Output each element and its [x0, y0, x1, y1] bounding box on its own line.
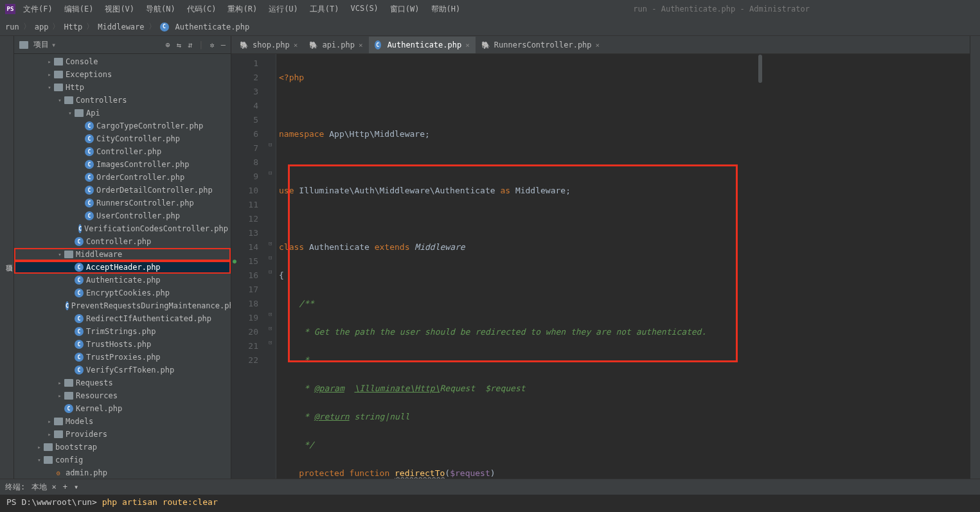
fold-strip[interactable]: ⊟ ⊟ ⊡ ⊟ ⊟ ⊡ ⊡ ⊡: [267, 54, 276, 479]
tree-arrow-icon[interactable]: ▸: [45, 71, 54, 78]
menu-vcs[interactable]: VCS(S): [346, 1, 384, 17]
tree-arrow-icon[interactable]: ▾: [55, 97, 64, 103]
target-icon[interactable]: ⊕: [166, 40, 170, 49]
tree-item-verificationcodescontroller-php[interactable]: CVerificationCodesController.php: [14, 222, 231, 235]
fold-marker-icon[interactable]: ⊟: [269, 269, 272, 275]
editor-tab-authenticate-php[interactable]: CAuthenticate.php×: [369, 37, 476, 53]
terminal-body[interactable]: PS D:\wwwroot\run> php artisan route:cle…: [0, 495, 980, 512]
editor-tab-shop-php[interactable]: 🐘shop.php×: [234, 37, 303, 53]
menu-view[interactable]: 视图(V): [100, 1, 139, 17]
hide-icon[interactable]: —: [221, 40, 226, 49]
breadcrumb-item[interactable]: Authenticate.php: [175, 22, 250, 31]
tree-item-resources[interactable]: ▸Resources: [14, 389, 231, 402]
terminal-tab-local[interactable]: 本地 ×: [31, 482, 56, 493]
terminal-command: php artisan route:clear: [102, 497, 218, 507]
tree-item-trustproxies-php[interactable]: CTrustProxies.php: [14, 351, 231, 364]
close-icon[interactable]: ×: [596, 41, 600, 49]
menu-refactor[interactable]: 重构(R): [222, 1, 262, 17]
menu-window[interactable]: 窗口(W): [385, 1, 425, 17]
tree-item-ordercontroller-php[interactable]: COrderController.php: [14, 171, 231, 184]
editor-tab-runnerscontroller-php[interactable]: 🐘RunnersController.php×: [476, 37, 605, 53]
tree-arrow-icon[interactable]: ▸: [55, 380, 64, 386]
left-toolstrip-project[interactable]: 项目: [0, 36, 14, 479]
tree-item-kernel-php[interactable]: CKernel.php: [14, 402, 231, 415]
tree-arrow-icon[interactable]: ▸: [55, 393, 64, 399]
tree-item-admin-php[interactable]: ⚙admin.php: [14, 466, 231, 479]
sidebar-title: 项目: [33, 39, 49, 50]
line-number: 17: [234, 283, 258, 297]
code-area[interactable]: ● 12345678910111213141516171819202122 ⊟ …: [231, 54, 980, 479]
tree-item-models[interactable]: ▸Models: [14, 415, 231, 428]
code-content[interactable]: <?php namespace App\Http\Middleware; use…: [276, 54, 980, 479]
tree-item-controller-php[interactable]: CController.php: [14, 235, 231, 248]
close-icon[interactable]: ×: [359, 41, 363, 49]
fold-marker-icon[interactable]: ⊡: [269, 325, 272, 331]
tree-item-trimstrings-php[interactable]: CTrimStrings.php: [14, 325, 231, 338]
tree-item-orderdetailcontroller-php[interactable]: COrderDetailController.php: [14, 184, 231, 197]
project-tree[interactable]: ▸Console▸Exceptions▾Http▾Controllers▾Api…: [14, 54, 231, 479]
tree-item-encryptcookies-php[interactable]: CEncryptCookies.php: [14, 287, 231, 299]
dropdown-icon[interactable]: ▾: [51, 40, 56, 49]
tree-item-citycontroller-php[interactable]: CCityController.php: [14, 132, 231, 145]
close-icon[interactable]: ×: [465, 41, 470, 49]
fold-marker-icon[interactable]: ⊡: [269, 240, 272, 247]
line-number: 6: [234, 127, 258, 141]
tree-item-console[interactable]: ▸Console: [14, 55, 231, 68]
fold-marker-icon[interactable]: ⊡: [269, 311, 272, 317]
menu-navigate[interactable]: 导航(N): [141, 1, 181, 17]
menu-run[interactable]: 运行(U): [263, 1, 303, 17]
tree-arrow-icon[interactable]: ▸: [45, 418, 54, 425]
tree-item-imagescontroller-php[interactable]: CImagesController.php: [14, 158, 231, 171]
terminal-label: 终端:: [5, 482, 25, 493]
menu-code[interactable]: 代码(C): [182, 1, 222, 17]
collapse-icon[interactable]: ⇆: [177, 40, 181, 49]
expand-icon[interactable]: ⇵: [188, 40, 192, 49]
tree-item-runnerscontroller-php[interactable]: CRunnersController.php: [14, 197, 231, 209]
tree-arrow-icon[interactable]: ▾: [66, 110, 75, 116]
tree-arrow-icon[interactable]: ▸: [35, 444, 44, 450]
breadcrumb-item[interactable]: Http: [64, 22, 82, 31]
tree-arrow-icon[interactable]: ▾: [55, 251, 64, 258]
terminal-add-icon[interactable]: +: [63, 482, 67, 491]
tree-arrow-icon[interactable]: ▸: [45, 58, 54, 65]
php-class-icon: C: [66, 301, 69, 310]
menu-help[interactable]: 帮助(H): [426, 1, 466, 17]
fold-marker-icon[interactable]: ⊡: [269, 339, 272, 346]
tree-item-http[interactable]: ▾Http: [14, 81, 231, 94]
tree-item-label: CityController.php: [96, 134, 180, 143]
tree-item-trusthosts-php[interactable]: CTrustHosts.php: [14, 338, 231, 351]
breadcrumb-item[interactable]: app: [35, 22, 49, 31]
tree-item-controllers[interactable]: ▾Controllers: [14, 94, 231, 107]
tree-arrow-icon[interactable]: ▾: [35, 457, 44, 463]
tree-item-controller-php[interactable]: CController.php: [14, 145, 231, 158]
breadcrumb-item[interactable]: run: [5, 22, 19, 31]
tree-item-acceptheader-php[interactable]: CAcceptHeader.php: [14, 261, 231, 274]
tree-item-verifycsrftoken-php[interactable]: CVerifyCsrfToken.php: [14, 364, 231, 376]
tree-arrow-icon[interactable]: ▾: [45, 84, 54, 91]
fold-marker-icon[interactable]: ⊟: [269, 254, 272, 261]
tree-item-cargotypecontroller-php[interactable]: CCargoTypeController.php: [14, 119, 231, 132]
menu-edit[interactable]: 编辑(E): [59, 1, 99, 17]
editor-tab-api-php[interactable]: 🐘api.php×: [303, 37, 368, 53]
tree-item-authenticate-php[interactable]: CAuthenticate.php: [14, 274, 231, 287]
tree-item-providers[interactable]: ▸Providers: [14, 428, 231, 441]
tree-item-bootstrap[interactable]: ▸bootstrap: [14, 441, 231, 454]
tree-item-middleware[interactable]: ▾Middleware: [14, 248, 231, 261]
tree-arrow-icon[interactable]: ▸: [45, 431, 54, 437]
gear-icon[interactable]: ✲: [210, 40, 215, 49]
terminal-dropdown-icon[interactable]: ▾: [74, 482, 78, 491]
breadcrumb-item[interactable]: Middleware: [98, 22, 144, 31]
menu-tools[interactable]: 工具(T): [305, 1, 344, 17]
tree-item-config[interactable]: ▾config: [14, 454, 231, 466]
menu-file[interactable]: 文件(F): [18, 1, 58, 17]
tree-item-exceptions[interactable]: ▸Exceptions: [14, 68, 231, 81]
fold-marker-icon[interactable]: ⊟: [269, 170, 272, 176]
tree-item-requests[interactable]: ▸Requests: [14, 376, 231, 389]
close-icon[interactable]: ×: [294, 41, 298, 49]
tree-item-usercontroller-php[interactable]: CUserController.php: [14, 209, 231, 222]
scrollbar-thumb[interactable]: [758, 55, 762, 83]
tree-item-redirectifauthenticated-php[interactable]: CRedirectIfAuthenticated.php: [14, 312, 231, 325]
tree-item-preventrequestsduringmaintenance-php[interactable]: CPreventRequestsDuringMaintenance.php: [14, 299, 231, 312]
tree-item-api[interactable]: ▾Api: [14, 107, 231, 119]
fold-marker-icon[interactable]: ⊟: [269, 141, 272, 148]
